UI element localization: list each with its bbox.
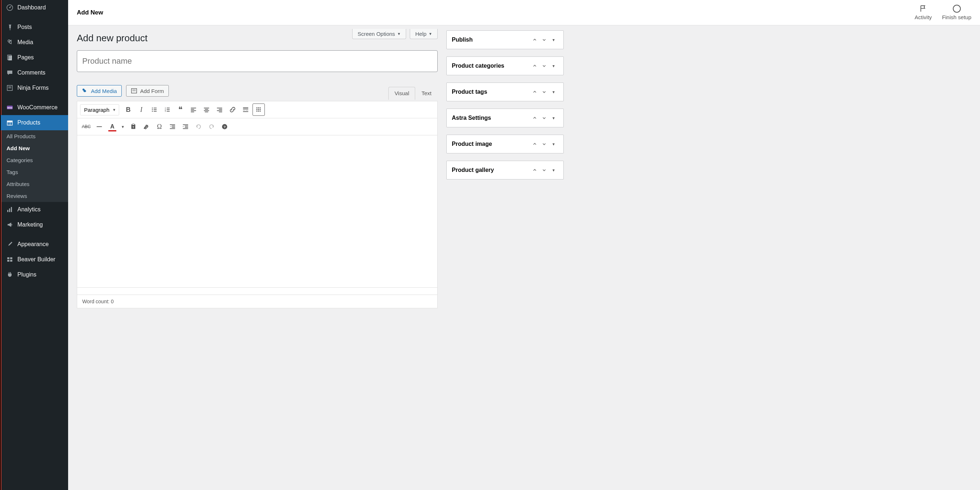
top-bar: Add New Activity Finish setup (68, 0, 980, 25)
redo-button[interactable] (205, 121, 218, 133)
breadcrumb: Add New (77, 9, 103, 16)
svg-rect-29 (154, 111, 156, 112)
toggle-panel-button[interactable]: ▼ (549, 61, 558, 71)
finish-setup-label: Finish setup (942, 14, 971, 20)
svg-rect-71 (185, 125, 188, 126)
move-down-button[interactable] (539, 165, 549, 175)
help-button[interactable]: Help ▼ (410, 29, 438, 39)
page-title: Add new product (77, 30, 148, 50)
svg-rect-67 (172, 125, 175, 126)
svg-rect-50 (243, 110, 245, 111)
numbered-list-button[interactable]: 123 (161, 103, 173, 116)
submenu-all-products[interactable]: All Products (1, 130, 68, 142)
svg-rect-35 (167, 111, 170, 112)
sidebar-item-label: Beaver Builder (18, 256, 56, 263)
svg-rect-62 (97, 126, 102, 127)
svg-rect-27 (154, 109, 156, 110)
submenu-attributes[interactable]: Attributes (1, 178, 68, 190)
move-up-button[interactable] (530, 35, 539, 44)
indent-button[interactable] (179, 121, 192, 133)
sidebar-item-beaver-builder[interactable]: Beaver Builder (1, 252, 68, 267)
sidebar-item-media[interactable]: Media (1, 35, 68, 50)
sidebar-item-ninja-forms[interactable]: Ninja Forms (1, 80, 68, 95)
screen-options-button[interactable]: Screen Options ▼ (352, 29, 406, 39)
svg-rect-25 (154, 108, 156, 109)
svg-rect-33 (167, 109, 170, 110)
sidebar-item-woocommerce[interactable]: woo WooCommerce (1, 100, 68, 115)
activity-button[interactable]: Activity (915, 5, 932, 20)
format-select[interactable]: Paragraph (80, 104, 119, 116)
toggle-panel-button[interactable]: ▼ (549, 35, 558, 44)
move-down-button[interactable] (539, 87, 549, 97)
svg-rect-56 (256, 109, 258, 110)
svg-rect-14 (9, 208, 10, 212)
submenu-reviews[interactable]: Reviews (1, 190, 68, 202)
svg-point-28 (152, 111, 153, 112)
sidebar-item-dashboard[interactable]: Dashboard (1, 0, 68, 15)
add-media-button[interactable]: Add Media (77, 85, 122, 97)
svg-rect-54 (258, 108, 259, 109)
read-more-button[interactable] (239, 103, 252, 116)
finish-setup-button[interactable]: Finish setup (942, 5, 971, 20)
toolbar-toggle-button[interactable] (253, 103, 265, 116)
editor-textarea[interactable] (77, 135, 437, 287)
align-left-button[interactable] (187, 103, 200, 116)
clear-formatting-button[interactable] (140, 121, 153, 133)
submenu-categories[interactable]: Categories (1, 154, 68, 166)
text-color-dropdown[interactable]: ▼ (119, 121, 126, 133)
sidebar-item-pages[interactable]: Pages (1, 50, 68, 65)
move-up-button[interactable] (530, 140, 539, 149)
align-center-button[interactable] (200, 103, 213, 116)
sidebar-item-analytics[interactable]: Analytics (1, 202, 68, 217)
metabox-astra-settings: Astra Settings ▼ (446, 109, 564, 127)
svg-rect-52 (243, 111, 248, 112)
keyboard-help-button[interactable]: ? (218, 121, 231, 133)
blockquote-button[interactable]: ❝ (174, 103, 186, 116)
toggle-panel-button[interactable]: ▼ (549, 165, 558, 175)
svg-rect-45 (219, 109, 222, 109)
bullet-list-button[interactable] (148, 103, 161, 116)
move-up-button[interactable] (530, 87, 539, 97)
svg-rect-48 (243, 108, 248, 108)
sidebar-item-appearance[interactable]: Appearance (1, 237, 68, 252)
screen-options-label: Screen Options (358, 31, 395, 37)
bold-button[interactable]: B (122, 103, 134, 116)
move-down-button[interactable] (539, 113, 549, 123)
toggle-panel-button[interactable]: ▼ (549, 113, 558, 123)
undo-button[interactable] (192, 121, 205, 133)
sidebar-item-products[interactable]: Products (1, 115, 68, 130)
move-down-button[interactable] (539, 140, 549, 149)
move-up-button[interactable] (530, 61, 539, 71)
svg-rect-15 (11, 207, 12, 212)
move-up-button[interactable] (530, 113, 539, 123)
strikethrough-button[interactable]: ABC (80, 121, 92, 133)
paste-text-button[interactable]: T (127, 121, 140, 133)
toggle-panel-button[interactable]: ▼ (549, 140, 558, 149)
add-form-button[interactable]: Add Form (126, 85, 169, 97)
link-button[interactable] (226, 103, 239, 116)
toggle-panel-button[interactable]: ▼ (549, 87, 558, 97)
move-up-button[interactable] (530, 165, 539, 175)
text-tab[interactable]: Text (415, 87, 438, 100)
text-color-button[interactable]: A (106, 121, 118, 133)
horizontal-rule-button[interactable] (93, 121, 105, 133)
product-name-input[interactable] (77, 50, 438, 72)
italic-button[interactable]: I (135, 103, 148, 116)
svg-text:T: T (133, 125, 134, 129)
sidebar-item-marketing[interactable]: Marketing (1, 217, 68, 232)
sidebar-item-plugins[interactable]: Plugins (1, 267, 68, 282)
special-char-button[interactable]: Ω (153, 121, 165, 133)
outdent-button[interactable] (166, 121, 178, 133)
submenu-tags[interactable]: Tags (1, 166, 68, 178)
align-right-button[interactable] (213, 103, 226, 116)
products-icon (6, 119, 14, 127)
move-down-button[interactable] (539, 61, 549, 71)
svg-rect-18 (7, 260, 10, 262)
submenu-add-new[interactable]: Add New (1, 142, 68, 154)
move-down-button[interactable] (539, 35, 549, 44)
visual-tab[interactable]: Visual (388, 87, 415, 100)
sidebar-item-comments[interactable]: Comments (1, 65, 68, 80)
sidebar-item-posts[interactable]: Posts (1, 19, 68, 35)
svg-rect-43 (205, 111, 208, 112)
comment-icon (6, 69, 14, 77)
